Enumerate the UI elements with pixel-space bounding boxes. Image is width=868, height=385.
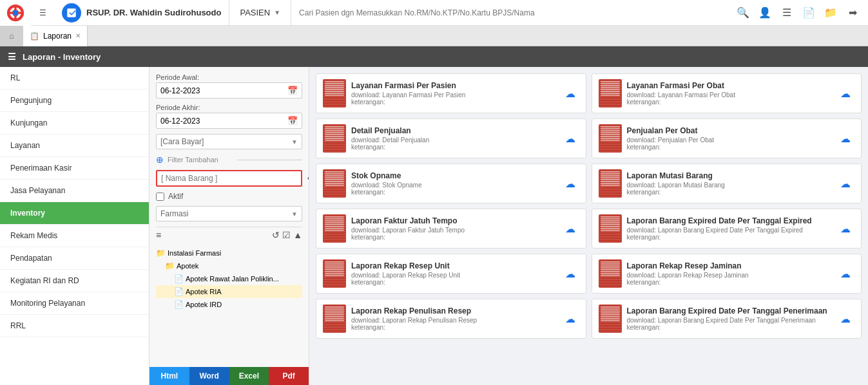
folder-icon[interactable]: 📁 xyxy=(820,3,841,23)
brand-name: RSUP. DR. Wahidin Sudirohusodo xyxy=(86,8,221,17)
tab-close-button[interactable]: ✕ xyxy=(75,32,81,39)
report-download-label: download: Laporan Faktur Jatuh Tempo xyxy=(351,227,556,234)
search-icon[interactable]: 🔍 xyxy=(733,3,753,23)
periode-akhir-input[interactable] xyxy=(160,117,287,126)
report-download-button[interactable]: ☁ xyxy=(836,220,854,238)
search-bar[interactable] xyxy=(291,8,728,17)
tree-node[interactable]: 📁Instalasi Farmasi xyxy=(156,247,302,259)
report-card[interactable]: Layanan Farmasi Per Pasien download: Lay… xyxy=(316,73,586,113)
sidebar-item-rrl[interactable]: RRL xyxy=(0,315,149,337)
report-download-label: download: Layanan Farmasi Per Obat xyxy=(627,91,832,99)
search-input[interactable] xyxy=(299,8,720,17)
report-card[interactable]: Laporan Rekap Resep Unit download: Lapor… xyxy=(316,254,586,294)
nama-barang-wrap[interactable] xyxy=(156,170,302,187)
report-download-label: download: Layanan Farmasi Per Pasien xyxy=(351,91,556,99)
nama-barang-input[interactable] xyxy=(161,174,297,183)
report-download-button[interactable]: ☁ xyxy=(836,84,854,102)
depo-select[interactable]: Farmasi ▼ xyxy=(156,206,302,221)
report-info: Laporan Rekap Penulisan Resep download: … xyxy=(351,306,556,331)
sidebar-item-pengunjung[interactable]: Pengunjung xyxy=(0,89,149,112)
report-download-button[interactable]: ☁ xyxy=(836,174,854,192)
report-info: Laporan Mutasi Barang download: Laporan … xyxy=(627,171,832,196)
sidebar-item-kunjungan[interactable]: Kunjungan xyxy=(0,112,149,135)
export-word-button[interactable]: Word xyxy=(189,367,229,385)
report-download-button[interactable]: ☁ xyxy=(561,129,579,147)
filter-tambahan-section: ⊕ Filter Tambahan xyxy=(156,155,302,165)
report-download-button[interactable]: ☁ xyxy=(836,129,854,147)
periode-akhir-input-wrap[interactable]: 📅 xyxy=(156,113,302,129)
aktif-label[interactable]: Aktif xyxy=(168,192,183,201)
calendar-icon[interactable]: 📅 xyxy=(287,86,298,95)
sidebar-item-jasa-pelayanan[interactable]: Jasa Pelayanan xyxy=(0,180,149,202)
report-card[interactable]: Laporan Rekap Penulisan Resep download: … xyxy=(316,299,586,339)
depo-row[interactable]: Farmasi ▼ xyxy=(156,206,302,221)
sidebar-item-monitoring-pelayanan[interactable]: Monitoring Pelayanan xyxy=(0,292,149,315)
tree-check-icon[interactable]: ☑ xyxy=(282,230,291,240)
tree-refresh-icon[interactable]: ↺ xyxy=(272,230,280,240)
periode-awal-row: Periode Awal: 📅 xyxy=(156,73,302,99)
filter-tambahan-label: Filter Tambahan xyxy=(168,156,233,164)
report-keterangan: keterangan: xyxy=(351,99,556,106)
report-download-button[interactable]: ☁ xyxy=(561,174,579,192)
laporan-tab[interactable]: 📋 Laporan ✕ xyxy=(23,26,88,46)
export-excel-button[interactable]: Excel xyxy=(229,367,269,385)
sidebar-item-penerimaan-kasir[interactable]: Penerimaan Kasir xyxy=(0,157,149,180)
calendar-akhir-icon[interactable]: 📅 xyxy=(287,116,298,126)
svg-rect-4 xyxy=(14,15,17,19)
cara-bayar-select[interactable]: [Cara Bayar] ▼ xyxy=(156,134,302,149)
logout-icon[interactable]: ➡ xyxy=(842,3,863,23)
list-icon[interactable]: ☰ xyxy=(776,3,797,23)
menu-button[interactable]: ☰ xyxy=(31,0,54,26)
tree-node[interactable]: 📄Apotek IRD xyxy=(156,298,302,311)
report-card[interactable]: Penjualan Per Obat download: Penjualan P… xyxy=(592,118,862,158)
document-icon[interactable]: 📄 xyxy=(798,3,819,23)
periode-awal-input[interactable] xyxy=(160,86,287,95)
report-card[interactable]: Laporan Barang Expired Date Per Tanggal … xyxy=(592,209,862,249)
report-card[interactable]: Stok Opname download: Stok Opname ketera… xyxy=(316,164,586,203)
module-label: PASIEN xyxy=(240,8,270,17)
tree-node-label: Apotek IRD xyxy=(186,301,222,308)
sidebar-item-rl[interactable]: RL xyxy=(0,67,149,89)
report-card[interactable]: Detail Penjualan download: Detail Penjua… xyxy=(316,118,586,158)
report-download-button[interactable]: ☁ xyxy=(836,265,854,283)
report-download-button[interactable]: ☁ xyxy=(561,84,579,102)
sidebar-item-kegiatan-ri-dan-rd[interactable]: Kegiatan RI dan RD xyxy=(0,270,149,292)
periode-awal-input-wrap[interactable]: 📅 xyxy=(156,82,302,99)
sidebar-item-layanan[interactable]: Layanan xyxy=(0,135,149,157)
report-download-button[interactable]: ☁ xyxy=(561,265,579,283)
report-card[interactable]: Laporan Rekap Resep Jaminan download: La… xyxy=(592,254,862,294)
svg-rect-6 xyxy=(18,12,23,14)
add-user-icon[interactable]: 👤 xyxy=(755,3,775,23)
aktif-checkbox[interactable] xyxy=(156,192,164,201)
tree-node[interactable]: 📁Apotek xyxy=(156,259,302,272)
report-thumb xyxy=(599,169,622,198)
cara-bayar-row[interactable]: [Cara Bayar] ▼ xyxy=(156,134,302,149)
report-thumb xyxy=(599,214,622,243)
report-card[interactable]: Laporan Faktur Jatuh Tempo download: Lap… xyxy=(316,209,586,249)
tree-list-icon[interactable]: ≡ xyxy=(156,230,161,240)
report-card[interactable]: Laporan Barang Expired Date Per Tanggal … xyxy=(592,299,862,339)
report-download-label: download: Laporan Rekap Resep Unit xyxy=(351,272,556,279)
page-menu-icon[interactable]: ☰ xyxy=(8,52,16,62)
sidebar-item-inventory[interactable]: Inventory xyxy=(0,202,149,225)
report-download-button[interactable]: ☁ xyxy=(561,220,579,238)
home-tab[interactable]: ⌂ xyxy=(0,26,23,46)
report-thumb xyxy=(599,305,622,333)
report-thumb xyxy=(323,124,346,153)
filter-plus-icon[interactable]: ⊕ xyxy=(156,155,164,165)
tree-node-label: Apotek xyxy=(177,262,198,270)
report-card[interactable]: Layanan Farmasi Per Obat download: Layan… xyxy=(592,73,862,113)
report-download-button[interactable]: ☁ xyxy=(836,310,854,328)
export-html-button[interactable]: Html xyxy=(149,367,189,385)
export-pdf-button[interactable]: Pdf xyxy=(269,367,309,385)
sidebar-item-rekam-medis[interactable]: Rekam Medis xyxy=(0,225,149,247)
tree-node-label: Apotek RIA xyxy=(186,288,222,296)
report-info: Laporan Rekap Resep Jaminan download: La… xyxy=(627,261,832,286)
sidebar-item-pendapatan[interactable]: Pendapatan xyxy=(0,247,149,270)
tree-node[interactable]: 📄Apotek Rawat Jalan Poliklin... xyxy=(156,272,302,285)
tree-collapse-icon[interactable]: ▲ xyxy=(293,230,302,240)
module-selector[interactable]: PASIEN ▼ xyxy=(229,0,291,25)
report-card[interactable]: Laporan Mutasi Barang download: Laporan … xyxy=(592,164,862,203)
tree-node[interactable]: 📄Apotek RIA xyxy=(156,285,302,298)
report-download-button[interactable]: ☁ xyxy=(561,310,579,328)
